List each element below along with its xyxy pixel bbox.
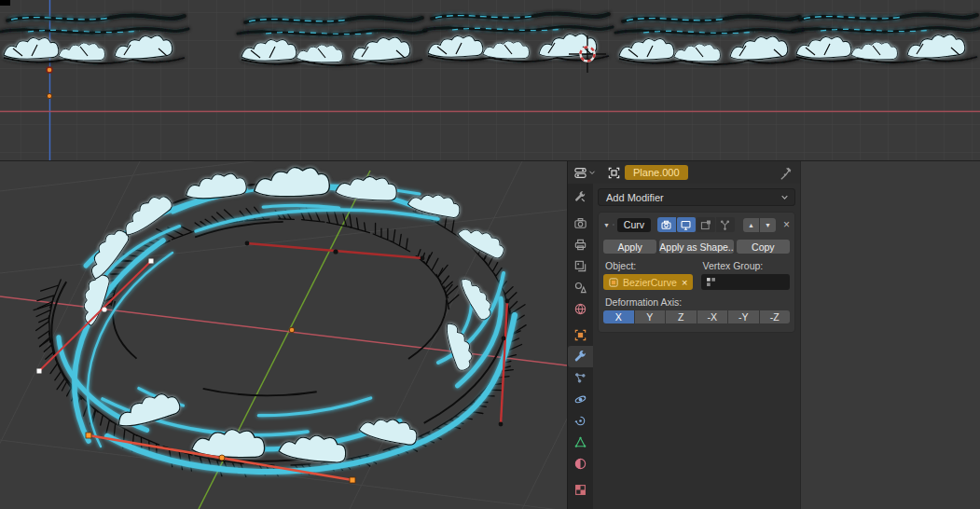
vertex-group-label: Vertex Group:	[703, 260, 791, 271]
vertex-group-field[interactable]	[701, 274, 791, 290]
deformation-axis-buttons: X Y Z -X -Y -Z	[603, 310, 790, 323]
handle-endpoint[interactable]	[499, 422, 504, 427]
axis-neg-z-button[interactable]: -Z	[760, 310, 791, 323]
handle-endpoint[interactable]	[505, 299, 510, 304]
modifier-panel-header: ▼ Curv	[602, 215, 791, 234]
move-up-button[interactable]: ▲	[743, 218, 759, 232]
modifier-action-buttons: Apply Apply as Shape.. Copy	[603, 240, 790, 254]
tab-scene[interactable]	[568, 277, 593, 298]
object-label: Object:	[605, 260, 693, 271]
control-point[interactable]	[333, 249, 338, 254]
clear-object-button[interactable]: ×	[682, 277, 687, 288]
axis-neg-y-button[interactable]: -Y	[728, 310, 759, 323]
chevron-down-icon	[780, 193, 789, 201]
object-id-icon	[608, 277, 619, 288]
tab-particles[interactable]	[568, 367, 593, 389]
tab-modifier-active[interactable]	[568, 346, 593, 367]
chevron-down-icon	[588, 169, 596, 176]
axis-x-button[interactable]: X	[603, 310, 634, 323]
breadcrumb-object-name[interactable]: Plane.000	[625, 165, 688, 180]
properties-editor-icon	[573, 166, 587, 180]
mesh-object-icon	[607, 166, 621, 180]
display-toggles	[657, 217, 735, 232]
properties-main: Add Modifier ▼ Curv	[593, 184, 800, 509]
grid	[0, 0, 980, 161]
expand-triangle-icon[interactable]: ▼	[603, 222, 610, 228]
apply-as-shape-button[interactable]: Apply as Shape..	[659, 240, 733, 254]
control-point-active[interactable]	[102, 307, 106, 311]
window-corner	[0, 0, 10, 6]
editor-type-button[interactable]	[572, 165, 598, 181]
remove-modifier-button[interactable]: ×	[783, 218, 790, 231]
handle-endpoint[interactable]	[245, 241, 250, 246]
tab-view-layer[interactable]	[568, 255, 593, 277]
move-down-button[interactable]: ▼	[760, 218, 776, 232]
control-point-selected[interactable]	[219, 455, 225, 461]
tab-object-data[interactable]	[568, 432, 593, 453]
render-visibility-toggle[interactable]	[657, 217, 676, 232]
handle-endpoint-selected[interactable]	[86, 433, 91, 438]
handle-endpoint[interactable]	[149, 259, 154, 264]
curve-object-name: BezierCurve	[623, 277, 677, 288]
axis-y-button[interactable]: Y	[635, 310, 666, 323]
on-cage-display-toggle[interactable]	[716, 217, 735, 232]
add-modifier-dropdown[interactable]: Add Modifier	[598, 188, 795, 206]
modifier-name-field[interactable]: Curv	[617, 218, 651, 232]
add-modifier-label: Add Modifier	[606, 192, 664, 203]
tab-constraints[interactable]	[568, 410, 593, 432]
modifier-reorder-buttons: ▲ ▼	[743, 218, 776, 232]
edit-mode-display-icon	[699, 219, 711, 231]
pin-icon[interactable]	[779, 166, 793, 180]
properties-tab-column	[568, 184, 593, 509]
handle-endpoint[interactable]	[37, 369, 42, 374]
viewport-3d-user[interactable]	[0, 161, 567, 509]
apply-button[interactable]: Apply	[603, 240, 656, 254]
tab-render[interactable]	[568, 213, 593, 234]
properties-editor: Plane.000	[567, 161, 800, 509]
empty-editor-area	[800, 161, 980, 509]
copy-button[interactable]: Copy	[737, 240, 790, 254]
tab-output[interactable]	[568, 234, 593, 255]
deformation-axis-label: Deformation Axis:	[605, 296, 791, 308]
edit-mode-display-toggle[interactable]	[697, 217, 715, 232]
handle-endpoint-selected[interactable]	[350, 477, 355, 483]
viewport-visibility-icon	[680, 219, 692, 231]
tab-material[interactable]	[568, 453, 593, 475]
origin-dot[interactable]	[47, 67, 52, 73]
control-point[interactable]	[502, 337, 506, 341]
render-visibility-icon	[660, 219, 672, 231]
axis-neg-x-button[interactable]: -X	[697, 310, 728, 323]
tab-object[interactable]	[568, 324, 593, 346]
blender-window: Plane.000	[0, 0, 980, 509]
curve-modifier-panel: ▼ Curv	[598, 212, 795, 333]
on-cage-display-icon	[719, 219, 731, 231]
viewport-3d-canvas	[0, 161, 567, 509]
axis-z-button[interactable]: Z	[666, 310, 697, 323]
tab-texture[interactable]	[568, 479, 593, 501]
tab-tool[interactable]	[568, 186, 593, 208]
handle-endpoint[interactable]	[421, 256, 425, 261]
viewport-front-ortho[interactable]	[0, 0, 980, 161]
tab-world[interactable]	[568, 298, 593, 320]
properties-header: Plane.000	[568, 161, 800, 184]
curve-modifier-icon	[613, 218, 614, 231]
viewport-visibility-toggle[interactable]	[677, 217, 696, 232]
viewport-front-canvas	[0, 0, 980, 161]
origin-dot[interactable]	[289, 327, 295, 333]
tab-physics[interactable]	[568, 389, 593, 410]
origin-dot[interactable]	[47, 93, 51, 98]
vertex-group-icon	[705, 276, 717, 288]
curve-object-field[interactable]: BezierCurve ×	[603, 274, 693, 290]
